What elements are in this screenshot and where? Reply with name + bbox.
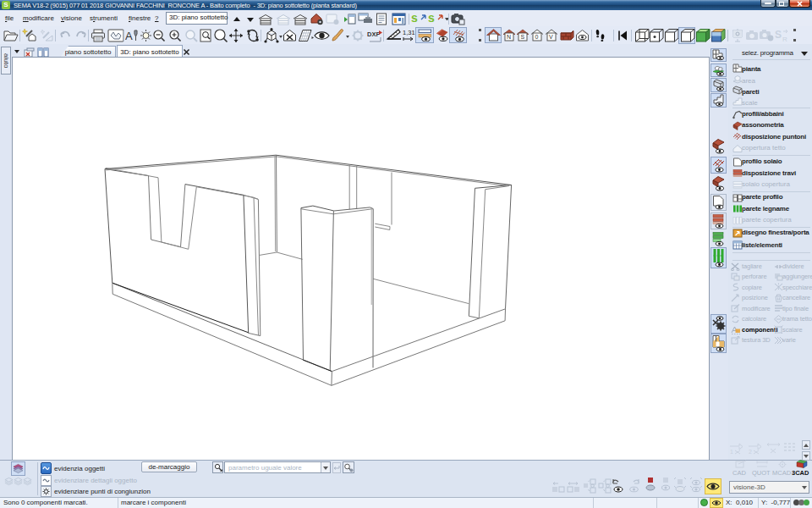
svg-text:V: V xyxy=(549,34,553,40)
svg-text:DXF: DXF xyxy=(367,30,380,38)
svg-text:S: S xyxy=(521,34,525,40)
svg-text:1: 1 xyxy=(730,449,733,455)
svg-text:1,31: 1,31 xyxy=(403,29,415,36)
svg-text:R: R xyxy=(782,36,787,43)
svg-text:2: 2 xyxy=(749,449,752,455)
svg-text:N: N xyxy=(507,34,511,40)
svg-text:A: A xyxy=(125,30,133,42)
svg-text:0: 0 xyxy=(535,34,539,40)
svg-text:S: S xyxy=(775,29,782,41)
